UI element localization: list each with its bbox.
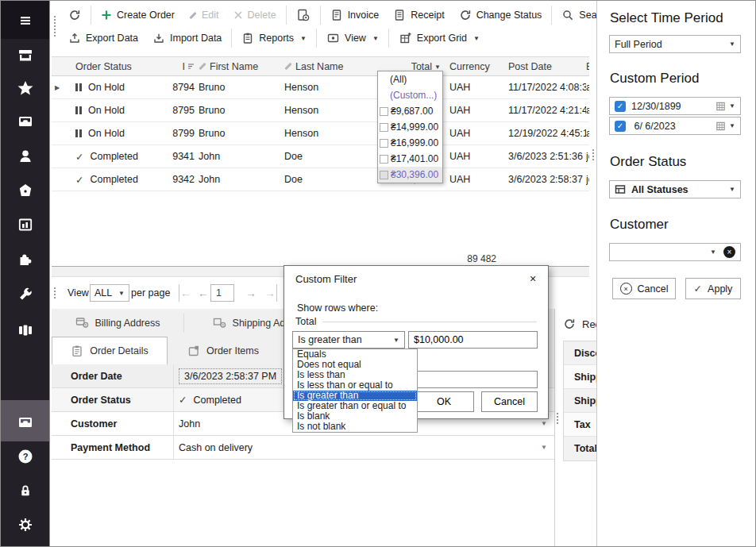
- bar-chart-icon[interactable]: [16, 215, 35, 234]
- filter-icon[interactable]: ▼: [434, 64, 441, 71]
- order-status-select[interactable]: All Statuses ▼: [609, 180, 741, 198]
- checkbox-icon[interactable]: [380, 123, 388, 132]
- table-row[interactable]: ▶ On Hold 8794 Bruno Henson UAH 11/17/20…: [52, 76, 589, 99]
- checkbox-checked-icon[interactable]: ✓: [615, 101, 626, 112]
- wrench-icon[interactable]: [16, 285, 35, 304]
- time-period-select[interactable]: Full Period ▼: [609, 35, 741, 53]
- filter-item-value-selected[interactable]: ₴30,396.00: [378, 167, 442, 183]
- delete-button[interactable]: Delete: [226, 5, 284, 25]
- next-page-button[interactable]: →: [245, 284, 256, 302]
- chevron-down-icon[interactable]: ▼: [729, 102, 735, 110]
- filter-item-value[interactable]: ₴14,999.00: [378, 119, 442, 135]
- order-status-value[interactable]: Completed: [193, 395, 241, 406]
- table-row[interactable]: On Hold 8799 Bruno Henson UAH 12/19/2022…: [52, 122, 589, 145]
- ok-button[interactable]: OK: [414, 391, 474, 412]
- tab-order-items[interactable]: Order Items: [168, 337, 279, 364]
- filter-item-value[interactable]: ₴16,999.00: [378, 135, 442, 151]
- filter-item-all[interactable]: (All): [378, 71, 442, 87]
- pencil-icon: [189, 11, 196, 18]
- table-row[interactable]: ✓Completed 9342 John Doe ₴16,999.0 UAH 3…: [52, 168, 589, 191]
- date-from-field[interactable]: ✓ 12/30/1899 ▼: [609, 97, 741, 115]
- toolbar-drag-grip[interactable]: [53, 15, 56, 37]
- close-icon[interactable]: ×: [524, 271, 542, 287]
- refresh-button[interactable]: [61, 5, 88, 25]
- gear-icon[interactable]: [16, 515, 35, 534]
- export-grid-button[interactable]: Export Grid ▼: [392, 28, 487, 48]
- column-header-post-date[interactable]: Post Date: [489, 61, 586, 72]
- star-icon[interactable]: [16, 79, 35, 98]
- filter-value-input[interactable]: [408, 331, 538, 349]
- checkbox-icon[interactable]: [380, 139, 388, 148]
- chevron-down-icon[interactable]: ▼: [729, 122, 735, 129]
- dialog-cancel-button[interactable]: Cancel: [481, 391, 538, 412]
- customer-select[interactable]: ▼ ×: [609, 243, 741, 261]
- column-header-order-status[interactable]: Order Status: [63, 61, 158, 72]
- change-status-button[interactable]: Change Status: [452, 5, 550, 25]
- export-data-button[interactable]: Export Data: [61, 28, 145, 48]
- lock-icon[interactable]: [16, 481, 35, 500]
- basket-icon[interactable]: [16, 181, 35, 200]
- recalculate-icon: [563, 318, 576, 330]
- date-to-field[interactable]: ✓ 6/ 6/2023 ▼: [609, 117, 741, 135]
- orders-grid: Order Status I First Name Last Name Tota…: [52, 56, 589, 191]
- hamburger-menu-icon[interactable]: [16, 11, 35, 30]
- column-header-currency[interactable]: Currency: [446, 61, 489, 72]
- pager-drag-grip[interactable]: [53, 287, 56, 299]
- bottom-splitter-grip[interactable]: [556, 412, 559, 425]
- cancel-button[interactable]: × Cancel: [612, 278, 676, 299]
- apply-button[interactable]: ✓ Apply: [685, 278, 741, 299]
- toolbar-separator: [320, 6, 321, 25]
- edit-label: Edit: [202, 10, 219, 21]
- orders-drawer-icon[interactable]: [16, 112, 35, 131]
- order-date-value[interactable]: 3/6/2023 2:58:37 PM: [179, 368, 282, 384]
- dialog-subtitle: Show rows where:: [297, 302, 378, 314]
- chevron-down-icon[interactable]: ▼: [541, 444, 547, 451]
- prev-page-button[interactable]: ←: [198, 284, 209, 302]
- column-header-email[interactable]: Er: [586, 61, 589, 72]
- tab-order-details[interactable]: Order Details: [52, 337, 168, 364]
- edit-button[interactable]: Edit: [182, 5, 226, 25]
- reports-button[interactable]: Reports ▼: [234, 28, 314, 48]
- column-header-last-name[interactable]: Last Name: [283, 61, 374, 72]
- billing-address-label: Billing Address: [95, 318, 160, 329]
- store-icon[interactable]: [16, 46, 35, 65]
- chevron-down-icon[interactable]: ▼: [541, 420, 547, 427]
- filter-item-custom[interactable]: (Custom...): [378, 87, 442, 103]
- create-order-button[interactable]: Create Order: [94, 5, 182, 25]
- help-icon[interactable]: ?: [16, 447, 35, 466]
- grid-splitter-grip[interactable]: [592, 148, 595, 161]
- tab-billing-address[interactable]: Billing Address: [52, 309, 183, 337]
- page-size-select[interactable]: ALL ▼: [90, 284, 129, 302]
- receipt-button[interactable]: Receipt: [386, 5, 451, 25]
- operator-select[interactable]: Is greater than ▼: [292, 331, 405, 349]
- operator-option[interactable]: Is not blank: [293, 422, 417, 432]
- import-data-button[interactable]: Import Data: [145, 28, 229, 48]
- orders-active-drawer-icon[interactable]: [16, 413, 35, 432]
- page-number-input[interactable]: [210, 284, 234, 302]
- columns-layout-icon[interactable]: [16, 321, 35, 340]
- person-icon[interactable]: [16, 147, 35, 166]
- filter-value2-input[interactable]: [408, 371, 538, 388]
- puzzle-icon[interactable]: [16, 250, 35, 269]
- checkbox-icon[interactable]: [380, 155, 388, 164]
- bottom-pane-splitter[interactable]: [554, 309, 555, 547]
- payment-method-field[interactable]: Cash on delivery▼: [174, 436, 554, 459]
- filter-item-value[interactable]: ₴17,401.00: [378, 151, 442, 167]
- checkbox-icon[interactable]: [380, 171, 388, 179]
- invoice-button[interactable]: Invoice: [323, 5, 387, 25]
- checkbox-icon[interactable]: [380, 107, 388, 116]
- filter-item-value[interactable]: ₴9,687.00: [378, 103, 442, 119]
- clear-icon[interactable]: ×: [723, 246, 735, 258]
- checkbox-checked-icon[interactable]: ✓: [615, 121, 626, 132]
- table-row[interactable]: On Hold 8795 Bruno Henson UAH 11/17/2022…: [52, 99, 589, 122]
- view-button[interactable]: View ▼: [319, 28, 386, 48]
- first-page-button[interactable]: ←: [179, 284, 191, 302]
- column-header-id[interactable]: I: [158, 61, 197, 72]
- export-grid-icon: [399, 32, 412, 44]
- column-header-first-name[interactable]: First Name: [197, 61, 283, 72]
- clipboard-eye-icon: [296, 8, 310, 22]
- clipboard-view-button[interactable]: [289, 5, 318, 25]
- last-page-button[interactable]: →: [264, 284, 277, 302]
- table-row[interactable]: ✓Completed 9341 John Doe UAH 3/6/2023 2:…: [52, 145, 589, 168]
- last-name-header-label: Last Name: [295, 61, 343, 72]
